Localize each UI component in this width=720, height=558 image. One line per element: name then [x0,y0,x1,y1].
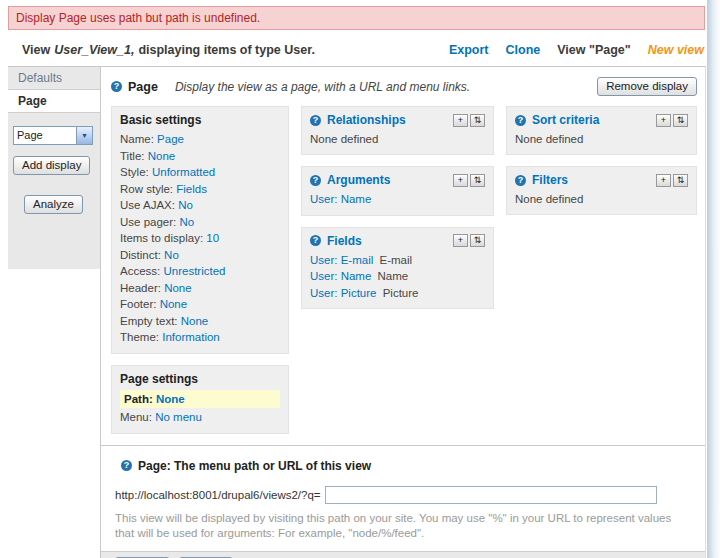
menu-value-link[interactable]: No menu [155,411,202,423]
sort-criteria-title-link[interactable]: Sort criteria [532,113,599,127]
setting-value-link[interactable]: None [164,282,192,294]
path-edit-form: ? Page: The menu path or URL of this vie… [101,446,705,558]
rearrange-icon[interactable]: ⇅ [470,174,485,187]
field-admin-label: Picture [383,287,419,299]
analyze-button[interactable]: Analyze [24,195,83,214]
setting-label: Row style: [120,183,173,195]
display-panel: ? Page Display the view as a page, with … [100,67,706,558]
field-admin-label: Name [378,270,409,282]
setting-value-link[interactable]: No [178,199,193,211]
help-icon[interactable]: ? [515,175,526,186]
path-value-link[interactable]: None [156,393,185,405]
arguments-title-link[interactable]: Arguments [327,173,390,187]
settings-columns: Basic settings Name: Page Title: None [101,104,705,445]
setting-row: Use AJAX: No [120,197,280,214]
sort-criteria-actions: + ⇅ [656,114,688,127]
setting-row: Items to display: 10 [120,230,280,247]
setting-row: Header: None [120,280,280,297]
filters-empty: None defined [515,191,688,207]
setting-value-link[interactable]: None [181,315,209,327]
view-actions: Export Clone View "Page" New view [449,43,704,57]
column-basic-settings: Basic settings Name: Page Title: None [111,106,289,445]
column-right: ? Sort criteria + ⇅ None defined ? Filte… [506,106,697,226]
relationships-box: ? Relationships + ⇅ None defined [301,106,494,155]
display-type-select-value: Page [14,127,76,144]
setting-value-link[interactable]: Unrestricted [163,265,225,277]
rearrange-icon[interactable]: ⇅ [673,174,688,187]
rearrange-icon[interactable]: ⇅ [470,114,485,127]
help-icon[interactable]: ? [310,115,321,126]
help-icon[interactable]: ? [515,115,526,126]
setting-label: Items to display: [120,232,203,244]
field-row: User: Picture Picture [310,285,485,302]
relationships-header: ? Relationships + ⇅ [310,111,485,131]
setting-value-link[interactable]: Page [157,133,184,145]
new-view-link[interactable]: New view [648,43,704,57]
relationships-actions: + ⇅ [453,114,485,127]
setting-value-link[interactable]: No [179,216,194,228]
tab-page[interactable]: Page [8,90,100,113]
setting-label: Theme: [120,331,159,343]
setting-value-link[interactable]: None [148,150,176,162]
path-input[interactable] [325,486,657,504]
rearrange-icon[interactable]: ⇅ [673,114,688,127]
tab-defaults[interactable]: Defaults [8,67,100,90]
view-name: User_View_1, [54,43,134,57]
display-title: Page [128,80,158,94]
setting-row: Footer: None [120,296,280,313]
arguments-actions: + ⇅ [453,174,485,187]
setting-value-link[interactable]: Fields [176,183,207,195]
setting-label: Use pager: [120,216,176,228]
argument-link[interactable]: User: Name [310,193,371,205]
setting-value-link[interactable]: Unformatted [152,166,215,178]
filters-title-link[interactable]: Filters [532,173,568,187]
display-description: Display the view as a page, with a URL a… [175,80,470,94]
fields-actions: + ⇅ [453,234,485,247]
form-actions-bar: Update Cancel [101,551,705,558]
filters-box: ? Filters + ⇅ None defined [506,166,697,215]
export-link[interactable]: Export [449,43,489,57]
help-icon[interactable]: ? [310,175,321,186]
remove-display-button[interactable]: Remove display [597,77,697,96]
setting-row: Distinct: No [120,247,280,264]
path-help-text: This view will be displayed by visiting … [115,511,691,541]
setting-row: Row style: Fields [120,181,280,198]
fields-header: ? Fields + ⇅ [310,232,485,252]
display-type-select[interactable]: Page ▼ [13,126,93,145]
path-input-row: http://localhost:8001/drupal6/views2/?q= [115,486,691,504]
view-page-link[interactable]: View "Page" [557,43,630,57]
add-icon[interactable]: + [656,174,671,187]
argument-row: User: Name [310,191,485,208]
relationships-title-link[interactable]: Relationships [327,113,406,127]
views-editor: Defaults Page Page ▼ Add display Analyze… [8,66,706,558]
add-display-button[interactable]: Add display [13,156,90,175]
arguments-box: ? Arguments + ⇅ User: Name [301,166,494,216]
field-link[interactable]: User: Picture [310,287,376,299]
setting-row: Style: Unformatted [120,164,280,181]
setting-value-link[interactable]: 10 [206,232,219,244]
setting-label: Use AJAX: [120,199,175,211]
fields-title-link[interactable]: Fields [327,234,362,248]
setting-row: Theme: Information [120,329,280,346]
clone-link[interactable]: Clone [506,43,541,57]
setting-row: Empty text: None [120,313,280,330]
add-icon[interactable]: + [453,114,468,127]
add-icon[interactable]: + [453,234,468,247]
help-icon[interactable]: ? [310,235,321,246]
rearrange-icon[interactable]: ⇅ [470,234,485,247]
setting-label: Access: [120,265,160,277]
setting-value-link[interactable]: No [164,249,179,261]
path-setting-row: Path: None [120,390,280,408]
setting-value-link[interactable]: Information [162,331,220,343]
view-label: View [22,43,50,57]
filters-actions: + ⇅ [656,174,688,187]
help-icon[interactable]: ? [111,81,122,92]
add-icon[interactable]: + [656,114,671,127]
field-link[interactable]: User: Name [310,270,371,282]
field-row: User: E-mail E-mail [310,252,485,269]
add-icon[interactable]: + [453,174,468,187]
field-link[interactable]: User: E-mail [310,254,373,266]
basic-settings-box: Basic settings Name: Page Title: None [111,106,289,354]
help-icon[interactable]: ? [121,460,132,471]
setting-value-link[interactable]: None [160,298,188,310]
